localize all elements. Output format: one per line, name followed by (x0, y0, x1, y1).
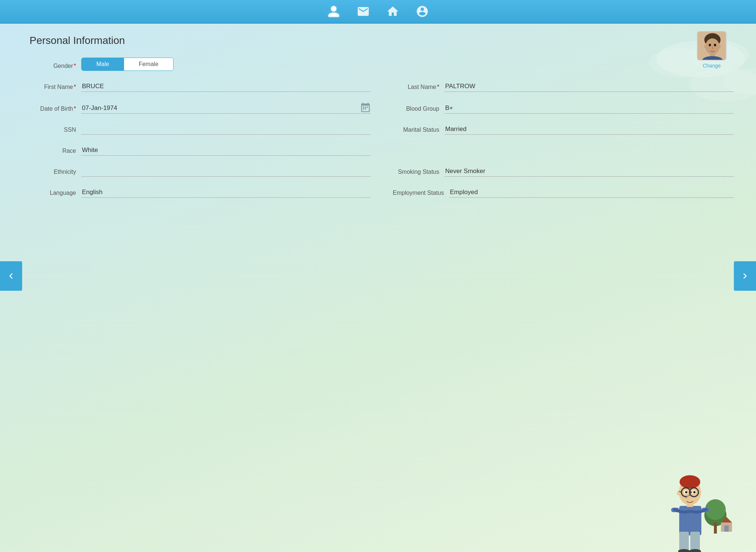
ssn-label: SSN (30, 127, 81, 135)
personal-info-form: Gender* Male Female First Name* Last Nam… (30, 58, 734, 208)
marital-status-row: Marital Status (393, 124, 734, 135)
svg-point-32 (689, 549, 701, 552)
dob-label: Date of Birth* (30, 106, 81, 114)
dob-input[interactable] (81, 103, 358, 113)
gender-label: Gender* (30, 63, 81, 71)
svg-point-42 (693, 491, 695, 493)
employment-status-row: Employment Status (393, 187, 734, 198)
tab-contact[interactable] (356, 4, 371, 19)
gender-toggle: Male Female (81, 58, 173, 71)
ssn-row: SSN (30, 124, 371, 135)
language-input[interactable] (81, 187, 371, 198)
svg-rect-25 (724, 525, 729, 532)
tab-personal[interactable] (326, 4, 341, 19)
svg-rect-15 (363, 107, 364, 108)
dob-row: Date of Birth* (30, 102, 371, 114)
page-title: Personal Information (30, 35, 734, 46)
svg-point-36 (681, 488, 690, 497)
svg-point-14 (718, 45, 721, 48)
svg-rect-26 (679, 506, 701, 535)
svg-rect-30 (690, 532, 700, 552)
svg-rect-29 (679, 532, 689, 552)
marital-status-input[interactable] (444, 124, 734, 135)
main-content: Personal Information (0, 24, 756, 219)
profile-photo[interactable] (697, 31, 726, 61)
svg-point-34 (679, 479, 701, 505)
dob-field-wrapper (81, 102, 371, 114)
last-name-row: Last Name* (393, 81, 734, 92)
svg-point-20 (704, 504, 726, 526)
smoking-status-label: Smoking Status (393, 169, 444, 177)
svg-marker-24 (721, 517, 732, 522)
svg-point-21 (705, 499, 726, 520)
svg-rect-19 (365, 108, 366, 110)
change-photo-button[interactable]: Change (702, 63, 721, 69)
svg-rect-22 (714, 522, 717, 534)
language-label: Language (30, 190, 81, 198)
first-name-label: First Name* (30, 84, 81, 92)
svg-line-44 (679, 491, 681, 492)
blood-group-label: Blood Group (393, 106, 444, 114)
svg-point-9 (709, 44, 711, 46)
blood-group-row: Blood Group (393, 102, 734, 114)
last-name-label: Last Name* (393, 84, 444, 92)
svg-point-13 (704, 45, 707, 48)
marital-status-label: Marital Status (393, 127, 444, 135)
first-name-row: First Name* (30, 81, 371, 92)
nav-prev-button[interactable] (0, 261, 22, 291)
race-label: Race (30, 148, 81, 156)
calendar-icon[interactable] (360, 102, 371, 113)
svg-rect-28 (701, 508, 709, 512)
svg-point-39 (684, 490, 688, 494)
svg-rect-16 (365, 107, 366, 108)
gender-female-button[interactable]: Female (124, 58, 173, 70)
tab-account[interactable] (415, 4, 430, 19)
race-input[interactable] (81, 145, 371, 156)
svg-rect-23 (721, 522, 732, 532)
svg-rect-18 (363, 108, 364, 110)
svg-point-41 (685, 491, 687, 493)
blood-group-input[interactable] (444, 103, 734, 114)
nav-next-button[interactable] (734, 261, 756, 291)
gender-row: Gender* Male Female (30, 58, 371, 71)
svg-point-40 (692, 490, 696, 494)
ethnicity-input[interactable] (81, 166, 371, 177)
cartoon-character (653, 434, 734, 552)
svg-point-10 (714, 44, 716, 46)
tab-home[interactable] (385, 4, 400, 19)
svg-rect-33 (687, 500, 693, 507)
smoking-status-row: Smoking Status (393, 166, 734, 177)
ethnicity-label: Ethnicity (30, 169, 81, 177)
svg-point-31 (678, 549, 690, 552)
smoking-status-input[interactable] (444, 166, 734, 177)
app-header (0, 0, 756, 24)
svg-point-37 (690, 488, 698, 497)
language-row: Language (30, 187, 371, 198)
svg-point-43 (677, 490, 681, 496)
race-row: Race (30, 145, 371, 156)
last-name-input[interactable] (444, 81, 734, 92)
gender-male-button[interactable]: Male (82, 58, 124, 70)
svg-point-35 (680, 475, 700, 489)
ethnicity-row: Ethnicity (30, 166, 371, 177)
profile-photo-area: Change (697, 31, 726, 69)
employment-status-label: Employment Status (393, 190, 449, 198)
first-name-input[interactable] (81, 81, 371, 92)
svg-rect-17 (367, 107, 368, 108)
svg-rect-27 (671, 508, 679, 512)
ssn-input[interactable] (81, 124, 371, 135)
employment-status-input[interactable] (449, 187, 734, 198)
